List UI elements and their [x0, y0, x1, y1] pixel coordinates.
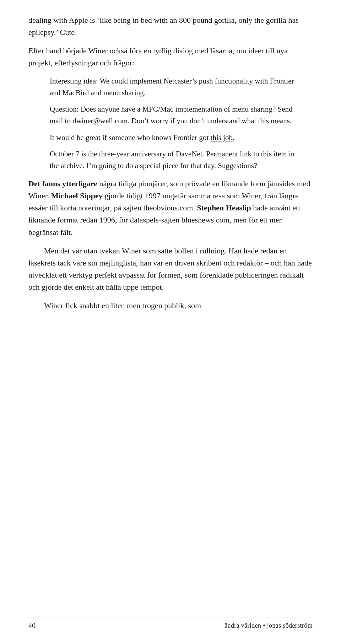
body-name-stephen: Stephen Heaslip [197, 203, 251, 212]
body-paragraph-3: Winer fick snabbt en liten men trogen pu… [28, 300, 313, 312]
blockquote-line4: October 7 is the three-year anniversary … [50, 148, 305, 171]
swedish-intro-paragraph: Efter hand började Winer också föra en t… [28, 45, 313, 69]
blockquote-line1: Interesting idea: We could implement Net… [50, 75, 305, 98]
body-paragraph-2: Men det var utan tvekan Winer som satte … [28, 245, 313, 293]
blockquote-line3: It would be great if someone who knows F… [50, 132, 305, 144]
blockquote-line2: Question: Does anyone have a MFC/Mac imp… [50, 103, 305, 127]
footer-title: ändra världen • jonas söderström [224, 622, 313, 629]
page: dealing with Apple is ‘like being in bed… [0, 0, 341, 644]
swedish-intro-text: Efter hand började Winer också föra en t… [28, 46, 288, 67]
body-bold-intro: Det fanns ytterligare [28, 179, 97, 188]
indented-text-1: Men det var utan tvekan Winer som satte … [28, 246, 312, 291]
blockquote-line3-part1: It would be great if someone who knows F… [50, 133, 211, 142]
body-name-michael: Michael Sippey [51, 191, 103, 200]
blockquote-line3-end: . [233, 133, 234, 142]
indented-text-2: Winer fick snabbt en liten men trogen pu… [44, 301, 201, 310]
body-paragraph-1: Det fanns ytterligare några tidiga pionj… [28, 178, 313, 238]
opening-paragraph: dealing with Apple is ‘like being in bed… [28, 14, 313, 38]
opening-text: dealing with Apple is ‘like being in bed… [28, 16, 299, 37]
page-number: 40 [28, 622, 36, 630]
this-job-link[interactable]: this job [211, 133, 233, 142]
page-footer: 40 ändra världen • jonas söderström [28, 617, 313, 630]
blockquote-block: Interesting idea: We could implement Net… [50, 75, 305, 171]
